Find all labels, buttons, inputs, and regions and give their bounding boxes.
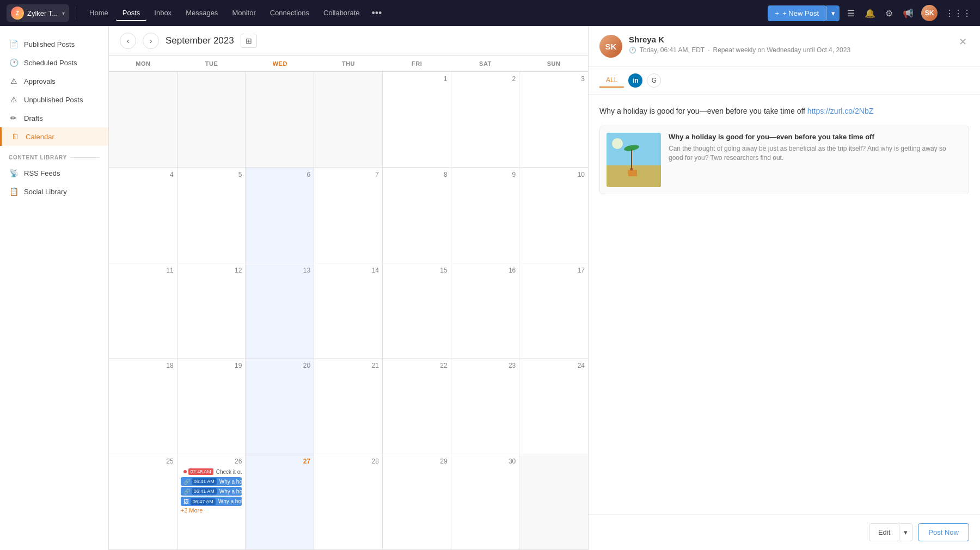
settings-icon-button[interactable]: ⚙ xyxy=(883,6,895,21)
nav-posts[interactable]: Posts xyxy=(116,5,147,21)
cal-cell-sep-19[interactable]: 19 xyxy=(177,359,246,454)
social-library-label: Social Library xyxy=(24,188,67,196)
unpublished-posts-icon: ⚠ xyxy=(9,95,19,104)
svg-rect-5 xyxy=(628,170,637,176)
sidebar-item-scheduled-posts[interactable]: 🕐 Scheduled Posts xyxy=(0,53,108,72)
calendar-month-title: September 2023 xyxy=(166,35,234,46)
nav-messages[interactable]: Messages xyxy=(179,5,224,21)
detail-user-info: Shreya K 🕐 Today, 06:41 AM, EDT · Repeat… xyxy=(629,35,950,54)
cal-cell-sep-7[interactable]: 7 xyxy=(314,168,383,263)
event-holiday-1[interactable]: 🔗 06:41 AM Why a holiday is goo... xyxy=(181,477,242,486)
nav-connections[interactable]: Connections xyxy=(264,5,316,21)
cal-cell-sep-5[interactable]: 5 xyxy=(177,168,246,263)
date-10: 10 xyxy=(523,171,585,178)
cal-cell-sep-8[interactable]: 8 xyxy=(383,168,451,263)
detail-preview-card: Why a holiday is good for you—even befor… xyxy=(599,126,969,194)
tab-linkedin[interactable]: in xyxy=(628,73,642,88)
scheduled-posts-label: Scheduled Posts xyxy=(24,59,77,67)
social-library-icon: 📋 xyxy=(9,187,19,196)
edit-dropdown-button[interactable]: ▾ xyxy=(899,523,912,541)
event-holiday-3[interactable]: 🖼 06:47 AM Why a holiday is goo... f t xyxy=(181,497,242,506)
post-link[interactable]: https://zurl.co/2NbZ xyxy=(807,107,873,115)
cal-cell-sep-24[interactable]: 24 xyxy=(519,359,588,454)
apps-grid-icon-button[interactable]: ⋮⋮⋮ xyxy=(943,6,973,21)
detail-preview-text: Why a holiday is good for you—even befor… xyxy=(669,133,962,187)
cal-cell-sep-25[interactable]: 25 xyxy=(109,454,177,549)
cal-cell-sep-16[interactable]: 16 xyxy=(451,263,520,359)
cal-cell-sep-22[interactable]: 22 xyxy=(383,359,451,454)
event-check-google[interactable]: 02:48 AM Check it out @google xyxy=(181,467,242,476)
cal-cell-sep-3[interactable]: 3 xyxy=(519,72,588,167)
date-3: 3 xyxy=(523,75,585,83)
main-layout: 📄 Published Posts 🕐 Scheduled Posts ⚠ Ap… xyxy=(0,26,980,550)
notifications-icon-button[interactable]: 🔔 xyxy=(862,6,878,21)
post-now-button[interactable]: Post Now xyxy=(918,523,969,541)
cal-cell-sep-4[interactable]: 4 xyxy=(109,168,177,263)
cal-cell-sep-12[interactable]: 12 xyxy=(177,263,246,359)
more-events-link[interactable]: +2 More xyxy=(181,507,242,514)
new-post-dropdown-button[interactable]: ▾ xyxy=(826,5,840,21)
sidebar-item-rss-feeds[interactable]: 📡 RSS Feeds xyxy=(0,164,108,182)
preview-title: Why a holiday is good for you—even befor… xyxy=(669,133,962,141)
cal-cell-sep-21[interactable]: 21 xyxy=(314,359,383,454)
sidebar-item-approvals[interactable]: ⚠ Approvals xyxy=(0,72,108,90)
edit-button[interactable]: Edit xyxy=(869,523,899,541)
cal-cell-sep-18[interactable]: 18 xyxy=(109,359,177,454)
cal-cell-sep-23[interactable]: 23 xyxy=(451,359,520,454)
calendar-days-header: MON TUE WED THU FRI SAT SUN xyxy=(109,56,588,72)
new-post-button[interactable]: + + New Post xyxy=(768,5,826,21)
brand-logo[interactable]: Z Zylker T... ▾ xyxy=(7,4,69,22)
user-avatar[interactable]: SK xyxy=(921,5,938,21)
menu-icon-button[interactable]: ☰ xyxy=(845,6,857,21)
detail-panel: SK Shreya K 🕐 Today, 06:41 AM, EDT · Rep… xyxy=(588,26,980,550)
day-header-wed: WED xyxy=(246,56,314,71)
cal-cell-sep-29[interactable]: 29 xyxy=(383,454,451,549)
cal-cell-sep-28[interactable]: 28 xyxy=(314,454,383,549)
nav-more-icon[interactable]: ••• xyxy=(367,5,387,21)
calendar-prev-button[interactable]: ‹ xyxy=(120,33,136,49)
nav-home[interactable]: Home xyxy=(83,5,115,21)
cal-cell-sep-9[interactable]: 9 xyxy=(451,168,520,263)
event-holiday-2[interactable]: 🔗 06:41 AM Why a holiday is goo... xyxy=(181,487,242,496)
date-22: 22 xyxy=(386,362,448,369)
cal-cell-sep-15[interactable]: 15 xyxy=(383,263,451,359)
svg-rect-6 xyxy=(630,168,633,170)
top-navigation: Z Zylker T... ▾ Home Posts Inbox Message… xyxy=(0,0,980,26)
sidebar-item-calendar[interactable]: 🗓 Calendar xyxy=(0,127,108,146)
cal-cell-sep-6[interactable]: 6 xyxy=(246,168,314,263)
cal-cell-sep-27[interactable]: 27 xyxy=(246,454,314,549)
cal-cell-sep-1[interactable]: 1 xyxy=(383,72,451,167)
linkedin-icon: in xyxy=(633,77,639,84)
nav-inbox[interactable]: Inbox xyxy=(148,5,178,21)
date-1: 1 xyxy=(386,75,448,83)
published-posts-label: Published Posts xyxy=(24,40,75,48)
cal-cell-sep-26[interactable]: 26 02:48 AM Check it out @google 🔗 06:41… xyxy=(177,454,246,549)
detail-content-text: Why a holiday is good for you—even befor… xyxy=(599,106,969,117)
cal-cell-sep-11[interactable]: 11 xyxy=(109,263,177,359)
cal-cell-sep-10[interactable]: 10 xyxy=(519,168,588,263)
sidebar-item-drafts[interactable]: ✏ Drafts xyxy=(0,109,108,127)
cal-cell-sep-20[interactable]: 20 xyxy=(246,359,314,454)
date-16: 16 xyxy=(455,267,516,274)
cal-cell-sep-2[interactable]: 2 xyxy=(451,72,520,167)
broadcast-icon-button[interactable]: 📢 xyxy=(901,6,916,21)
date-11: 11 xyxy=(112,267,174,274)
cal-cell-sep-30[interactable]: 30 xyxy=(451,454,520,549)
cal-cell-sep-14[interactable]: 14 xyxy=(314,263,383,359)
calendar-view-toggle-button[interactable]: ⊞ xyxy=(241,34,257,48)
nav-collaborate[interactable]: Collaborate xyxy=(317,5,366,21)
sidebar-item-unpublished-posts[interactable]: ⚠ Unpublished Posts xyxy=(0,90,108,109)
detail-close-button[interactable]: ✕ xyxy=(957,35,969,49)
sidebar-item-published-posts[interactable]: 📄 Published Posts xyxy=(0,35,108,53)
tab-all[interactable]: ALL xyxy=(599,73,624,88)
calendar-icon: 🗓 xyxy=(10,132,20,141)
nav-monitor[interactable]: Monitor xyxy=(225,5,262,21)
drafts-label: Drafts xyxy=(24,114,43,122)
calendar-next-button[interactable]: › xyxy=(143,33,159,49)
cal-cell-sep-13[interactable]: 13 xyxy=(246,263,314,359)
tab-google[interactable]: G xyxy=(647,73,661,88)
cal-cell-sep-17[interactable]: 17 xyxy=(519,263,588,359)
sidebar-item-social-library[interactable]: 📋 Social Library xyxy=(0,182,108,201)
date-26: 26 xyxy=(181,458,242,465)
cal-cell-empty-end xyxy=(519,454,588,549)
